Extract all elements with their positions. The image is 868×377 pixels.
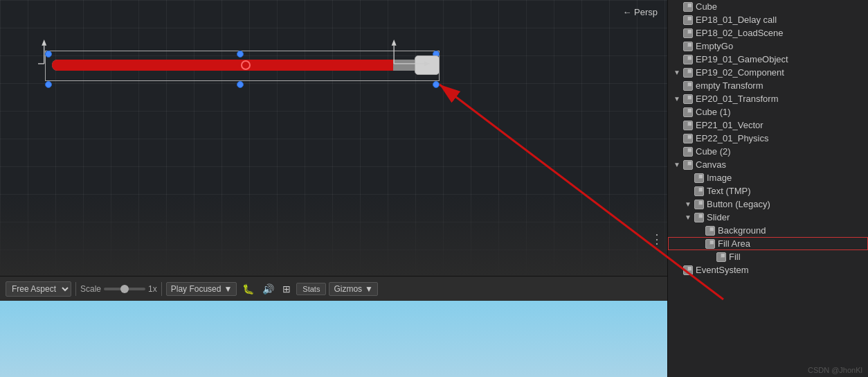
hierarchy-item-text-tmp[interactable]: Text (TMP) — [668, 184, 868, 198]
bug-icon[interactable]: 🐛 — [239, 282, 257, 296]
handle-bm — [237, 81, 244, 88]
hierarchy-panel: CubeEP18_01_Delay callEP18_02_LoadSceneE… — [667, 0, 868, 377]
hierarchy-label-canvas: Canvas — [696, 159, 726, 170]
expand-arrow-button-legacy: ▼ — [685, 200, 693, 208]
toolbar: Free Aspect Scale 1x Play Focused ▼ 🐛 🔊 … — [0, 276, 667, 301]
hierarchy-item-button-legacy[interactable]: ▼Button (Legacy) — [668, 198, 868, 211]
persp-label: ← Persp — [622, 7, 658, 17]
hierarchy-label-slider: Slider — [707, 212, 730, 222]
hierarchy-label-emptygo: EmptyGo — [696, 41, 733, 51]
hierarchy-label-fill-area: Fill Area — [718, 238, 750, 249]
hierarchy-cube-icon-button-legacy — [694, 200, 704, 209]
hierarchy-item-cube-top[interactable]: Cube — [668, 0, 868, 13]
scene-view[interactable]: ← Persp — [0, 0, 667, 276]
hierarchy-item-canvas[interactable]: ▼Canvas — [668, 158, 868, 171]
hierarchy-cube-icon-fill-area — [705, 239, 715, 249]
scene-more-btn[interactable]: ⋮ — [651, 231, 663, 247]
hierarchy-item-emptygo[interactable]: EmptyGo — [668, 40, 868, 53]
hierarchy-cube-icon-cube-2 — [683, 147, 693, 157]
svg-marker-7 — [392, 40, 397, 46]
expand-arrow-ep19-comp: ▼ — [673, 69, 682, 76]
hierarchy-cube-icon-canvas — [683, 160, 693, 170]
expand-arrow-slider: ▼ — [685, 213, 693, 221]
gizmos-label: Gizmos — [334, 284, 362, 294]
hierarchy-label-ep19-comp: EP19_02_Component — [696, 67, 784, 78]
hierarchy-label-cube-1: Cube (1) — [696, 107, 731, 117]
play-focused-arrow: ▼ — [224, 284, 232, 294]
hierarchy-label-ep19-gameobj: EP19_01_GameObject — [696, 54, 788, 64]
hierarchy-label-ep18-load: EP18_02_LoadScene — [696, 28, 784, 38]
scale-thumb — [120, 285, 129, 293]
gizmos-arrow: ▼ — [365, 284, 373, 294]
handle-bl — [45, 81, 52, 88]
hierarchy-item-ep22-physics[interactable]: EP22_01_Physics — [668, 132, 868, 145]
hierarchy-item-ep18-load[interactable]: EP18_02_LoadScene — [668, 26, 868, 40]
hierarchy-cube-icon-background — [705, 226, 715, 236]
hierarchy-item-fill-area[interactable]: Fill Area — [668, 237, 868, 250]
watermark: CSDN @JhonKl — [808, 366, 862, 374]
hierarchy-item-image[interactable]: Image — [668, 171, 868, 184]
scene-horizon — [0, 193, 667, 276]
hierarchy-cube-icon-image — [694, 173, 704, 183]
hierarchy-item-background[interactable]: Background — [668, 224, 868, 237]
hierarchy-cube-icon-empty-transform — [683, 81, 693, 91]
hierarchy-cube-icon-ep21-vector — [683, 121, 693, 130]
stats-btn[interactable]: Stats — [296, 283, 326, 295]
hierarchy-label-fill: Fill — [729, 252, 741, 262]
hierarchy-item-ep18-delay[interactable]: EP18_01_Delay call — [668, 13, 868, 26]
hierarchy-cube-icon-emptygo — [683, 42, 693, 51]
hierarchy-item-ep19-comp[interactable]: ▼EP19_02_Component — [668, 66, 868, 79]
hierarchy-list: CubeEP18_01_Delay callEP18_02_LoadSceneE… — [668, 0, 868, 277]
slider-scene-object — [38, 38, 460, 107]
game-view-bottom — [0, 301, 667, 377]
expand-arrow-ep20-transform: ▼ — [673, 95, 682, 103]
hierarchy-item-slider[interactable]: ▼Slider — [668, 211, 868, 224]
hierarchy-label-button-legacy: Button (Legacy) — [707, 199, 770, 209]
hierarchy-cube-icon-ep22-physics — [683, 134, 693, 143]
grid-icon[interactable]: ⊞ — [280, 282, 293, 296]
hierarchy-item-cube-2[interactable]: Cube (2) — [668, 145, 868, 158]
hierarchy-label-cube-top: Cube — [696, 1, 717, 12]
hierarchy-cube-icon-eventsystem — [683, 265, 693, 275]
hierarchy-item-cube-1[interactable]: Cube (1) — [668, 105, 868, 119]
hierarchy-item-ep21-vector[interactable]: EP21_01_Vector — [668, 119, 868, 132]
sound-icon[interactable]: 🔊 — [260, 282, 277, 296]
hierarchy-label-eventsystem: EventSystem — [696, 265, 749, 275]
hierarchy-item-eventsystem[interactable]: EventSystem — [668, 263, 868, 277]
hierarchy-cube-icon-ep18-load — [683, 28, 693, 38]
aspect-dropdown[interactable]: Free Aspect — [6, 281, 71, 297]
slider-center-circle — [241, 60, 251, 70]
handle-tl — [45, 51, 52, 58]
hierarchy-cube-icon-cube-1 — [683, 107, 693, 117]
scale-value: 1x — [148, 284, 157, 294]
hierarchy-item-ep20-transform[interactable]: ▼EP20_01_Transform — [668, 92, 868, 105]
slider-track — [52, 55, 440, 75]
gizmos-btn[interactable]: Gizmos ▼ — [329, 282, 378, 296]
slider-handle — [415, 55, 440, 75]
toolbar-divider-1 — [75, 282, 76, 296]
hierarchy-cube-icon-cube-top — [683, 2, 693, 12]
hierarchy-label-ep18-delay: EP18_01_Delay call — [696, 15, 777, 25]
play-focused-btn[interactable]: Play Focused ▼ — [166, 282, 237, 296]
hierarchy-label-cube-2: Cube (2) — [696, 146, 731, 157]
hierarchy-cube-icon-ep18-delay — [683, 15, 693, 25]
hierarchy-label-ep20-transform: EP20_01_Transform — [696, 94, 778, 104]
scale-slider[interactable] — [104, 288, 145, 290]
play-focused-label: Play Focused — [171, 284, 221, 294]
hierarchy-item-ep19-gameobj[interactable]: EP19_01_GameObject — [668, 53, 868, 66]
expand-arrow-canvas: ▼ — [673, 161, 682, 168]
hierarchy-item-fill[interactable]: Fill — [668, 250, 868, 263]
hierarchy-label-empty-transform: empty Transform — [696, 80, 763, 91]
hierarchy-label-ep22-physics: EP22_01_Physics — [696, 133, 769, 143]
svg-marker-3 — [42, 40, 46, 46]
hierarchy-label-background: Background — [718, 225, 766, 236]
slider-fill — [52, 60, 393, 71]
hierarchy-cube-icon-fill — [716, 252, 726, 262]
toolbar-divider-2 — [161, 282, 162, 296]
handle-br — [433, 81, 440, 88]
hierarchy-label-text-tmp: Text (TMP) — [707, 186, 751, 196]
hierarchy-item-empty-transform[interactable]: empty Transform — [668, 79, 868, 92]
hierarchy-cube-icon-ep20-transform — [683, 94, 693, 104]
hierarchy-cube-icon-text-tmp — [694, 186, 704, 196]
hierarchy-cube-icon-ep19-gameobj — [683, 55, 693, 64]
